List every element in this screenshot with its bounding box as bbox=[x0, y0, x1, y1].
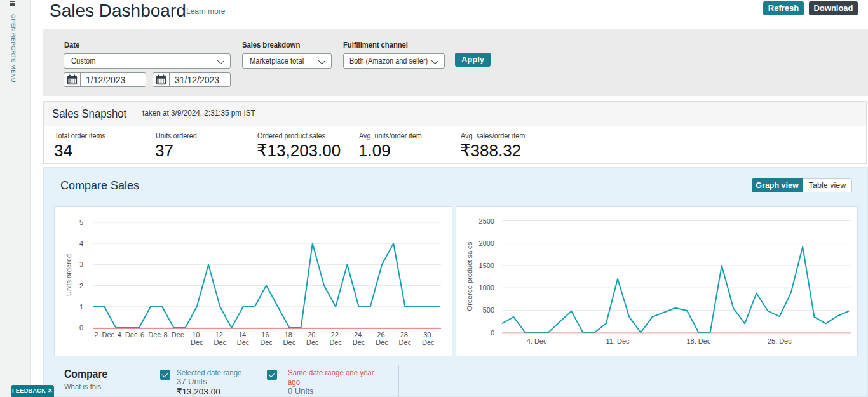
svg-text:Dec: Dec bbox=[283, 339, 296, 346]
svg-text:0: 0 bbox=[79, 324, 83, 332]
svg-text:12.: 12. bbox=[215, 331, 225, 339]
svg-text:Dec: Dec bbox=[214, 339, 226, 346]
svg-text:3: 3 bbox=[79, 260, 83, 268]
svg-text:Dec: Dec bbox=[237, 339, 250, 346]
svg-text:Dec: Dec bbox=[329, 339, 342, 346]
svg-text:2500: 2500 bbox=[479, 217, 494, 225]
svg-text:1: 1 bbox=[79, 303, 83, 311]
svg-text:0: 0 bbox=[491, 329, 494, 337]
svg-text:4. Dec: 4. Dec bbox=[527, 337, 547, 345]
svg-text:1000: 1000 bbox=[479, 284, 494, 292]
svg-text:Dec: Dec bbox=[306, 339, 319, 346]
svg-text:2. Dec: 2. Dec bbox=[94, 331, 114, 339]
svg-text:30.: 30. bbox=[423, 331, 433, 339]
svg-text:22.: 22. bbox=[331, 331, 341, 339]
svg-text:4: 4 bbox=[79, 239, 83, 247]
svg-text:5: 5 bbox=[79, 219, 83, 226]
svg-text:8. Dec: 8. Dec bbox=[164, 331, 184, 339]
svg-text:Dec: Dec bbox=[260, 339, 273, 346]
svg-text:Dec: Dec bbox=[399, 339, 412, 346]
svg-text:11. Dec: 11. Dec bbox=[606, 337, 630, 345]
svg-text:16.: 16. bbox=[261, 331, 271, 339]
svg-text:10.: 10. bbox=[192, 331, 201, 339]
svg-text:Dec: Dec bbox=[353, 339, 365, 346]
svg-text:28.: 28. bbox=[400, 331, 410, 339]
svg-text:20.: 20. bbox=[308, 331, 317, 339]
svg-text:25. Dec: 25. Dec bbox=[768, 337, 792, 345]
svg-text:1500: 1500 bbox=[479, 262, 494, 269]
svg-text:18.: 18. bbox=[285, 331, 294, 339]
svg-text:14.: 14. bbox=[238, 331, 248, 339]
svg-text:2: 2 bbox=[79, 282, 83, 290]
svg-text:6. Dec: 6. Dec bbox=[140, 331, 161, 339]
svg-text:24.: 24. bbox=[354, 331, 363, 339]
svg-text:4. Dec: 4. Dec bbox=[118, 331, 138, 339]
svg-text:500: 500 bbox=[483, 306, 494, 314]
svg-text:18. Dec: 18. Dec bbox=[686, 337, 710, 345]
svg-text:Dec: Dec bbox=[191, 339, 203, 346]
svg-text:Dec: Dec bbox=[376, 339, 388, 346]
svg-text:Ordered product sales: Ordered product sales bbox=[466, 241, 473, 311]
svg-text:Dec: Dec bbox=[422, 339, 435, 346]
svg-text:26.: 26. bbox=[377, 331, 386, 339]
svg-text:Units ordered: Units ordered bbox=[65, 254, 72, 296]
svg-text:2000: 2000 bbox=[479, 239, 494, 247]
